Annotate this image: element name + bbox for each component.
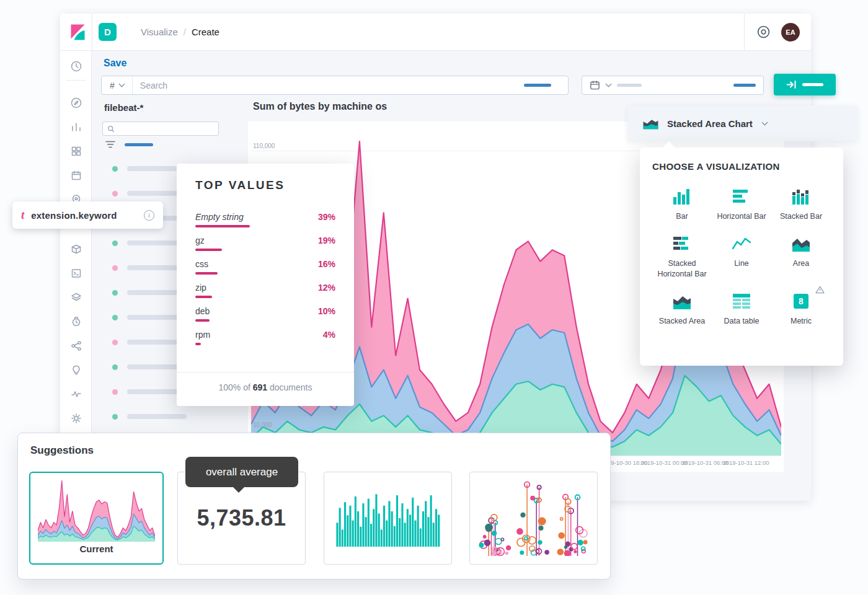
viz-option-label: Metric [790, 316, 812, 326]
gear-icon[interactable] [69, 412, 82, 425]
viz-option-stacked-horizontal-bar[interactable]: Stacked Horizontal Bar [652, 229, 712, 280]
area-chart-icon [790, 234, 812, 253]
avatar[interactable]: EA [781, 23, 800, 42]
viz-option-line[interactable]: Line [712, 229, 771, 280]
index-pattern-label[interactable]: filebeat-* [104, 102, 143, 113]
viz-popup-title: CHOOSE A VISUALIZATION [652, 161, 831, 172]
field-search-box[interactable] [102, 121, 219, 136]
suggestions-title: Suggestions [30, 444, 94, 457]
viz-option-stacked-area[interactable]: Stacked Area [652, 286, 712, 327]
topbar-divider-right [744, 14, 745, 50]
field-filter-control[interactable] [105, 141, 153, 148]
stacked-bar-chart-icon [790, 187, 812, 206]
top-value-bar [195, 319, 210, 322]
viz-option-label: Bar [676, 211, 688, 221]
line-chart-icon [731, 234, 752, 253]
viz-option-label: Data table [724, 316, 760, 326]
y-axis-tick: 110,000 [253, 143, 275, 149]
pulse-icon[interactable] [69, 387, 82, 400]
compass-icon[interactable] [69, 96, 82, 109]
top-value-bar [195, 296, 212, 298]
field-type-dot [112, 389, 118, 395]
breadcrumb-create: Create [192, 27, 219, 37]
breadcrumb: Visualize / Create [141, 27, 219, 37]
viz-option-metric[interactable]: 8 Metric [771, 286, 831, 327]
metric-chart-icon: 8 [790, 291, 812, 311]
top-value-label: rpm [195, 330, 210, 340]
viz-option-label: Area [793, 258, 809, 268]
info-icon[interactable]: i [144, 210, 154, 221]
filter-icon [105, 141, 115, 148]
search-input[interactable] [133, 81, 524, 90]
viz-option-data-table[interactable]: Data table [712, 286, 771, 327]
breadcrumb-separator: / [184, 27, 186, 37]
suggestion-card-current[interactable]: Current [29, 472, 164, 565]
button-label-placeholder [802, 83, 823, 86]
field-name-placeholder [127, 265, 182, 270]
viz-option-area[interactable]: Area [771, 229, 831, 280]
viz-option-label: Line [734, 258, 749, 268]
chevron-down-icon [606, 81, 612, 87]
time-picker[interactable] [582, 76, 764, 95]
help-icon[interactable] [756, 24, 771, 40]
stacked-hbar-chart-icon [671, 234, 693, 253]
package-icon[interactable] [69, 242, 82, 255]
suggestion-card-bubble-chart[interactable] [469, 472, 598, 565]
viz-option-horizontal-bar[interactable]: Horizontal Bar [712, 182, 771, 223]
date-placeholder-bar [617, 84, 642, 87]
bulb-icon[interactable] [69, 363, 82, 376]
top-value-bar [195, 249, 222, 251]
viz-option-label: Horizontal Bar [717, 211, 766, 221]
chart-title: Sum of bytes by machine os [253, 101, 387, 112]
string-type-icon: t [21, 208, 24, 222]
warning-icon [815, 285, 825, 296]
field-type-dot [112, 191, 118, 196]
top-value-item: gz 19% [195, 236, 335, 251]
field-type-dot [112, 290, 118, 296]
save-button[interactable]: Save [104, 58, 126, 69]
viz-type-selector[interactable]: Stacked Area Chart [627, 105, 858, 141]
top-bar: D Visualize / Create EA [60, 14, 811, 51]
suggestion-card-bar-chart[interactable] [324, 472, 452, 565]
space-badge[interactable]: D [99, 23, 117, 41]
field-name-placeholder [127, 414, 187, 419]
query-language-dropdown[interactable]: # [102, 76, 133, 94]
viz-option-stacked-bar[interactable]: Stacked Bar [771, 182, 831, 223]
bar-chart-icon[interactable] [69, 120, 82, 133]
current-label: Current [79, 544, 113, 554]
calendar-icon[interactable] [69, 169, 82, 182]
console-icon[interactable] [69, 267, 82, 280]
top-value-item: deb 10% [195, 306, 335, 322]
field-chip-label: extension.keyword [31, 210, 117, 221]
top-value-label: Empty string [195, 212, 244, 222]
bar-chart-icon [671, 187, 693, 206]
topbar-divider [92, 14, 92, 50]
breadcrumb-visualize[interactable]: Visualize [141, 27, 178, 37]
grid-icon[interactable] [69, 144, 82, 157]
x-axis-tick: 2019-10-31 00:00 [640, 459, 687, 466]
field-type-dot [112, 364, 118, 370]
kibana-logo-icon [69, 23, 87, 42]
top-value-item: Empty string 39% [195, 212, 335, 227]
share-icon[interactable] [69, 339, 82, 352]
field-list-item[interactable] [102, 404, 226, 429]
viz-option-label: Stacked Horizontal Bar [653, 258, 711, 279]
viz-option-label: Stacked Area [659, 316, 705, 326]
filter-placeholder-bar [125, 143, 153, 146]
metric-value: 5,735.81 [197, 505, 286, 531]
layers-icon[interactable] [69, 291, 82, 304]
update-button[interactable] [774, 74, 836, 95]
field-chip-extension-keyword[interactable]: t extension.keyword i [12, 201, 163, 229]
sidebar-divider [66, 80, 86, 81]
watch-icon[interactable] [69, 315, 82, 328]
kibana-logo[interactable] [69, 23, 87, 42]
documents-summary: 100% of 691 documents [177, 382, 354, 392]
field-type-dot [112, 265, 118, 271]
svg-text:8: 8 [799, 296, 804, 306]
bubble-chart-thumbnail [477, 480, 590, 556]
x-axis-tick: 2019-10-31 06:00 [681, 459, 728, 466]
clock-icon[interactable] [69, 60, 82, 73]
table-chart-icon [731, 291, 752, 311]
viz-option-bar[interactable]: Bar [652, 182, 712, 223]
divider [177, 372, 354, 372]
